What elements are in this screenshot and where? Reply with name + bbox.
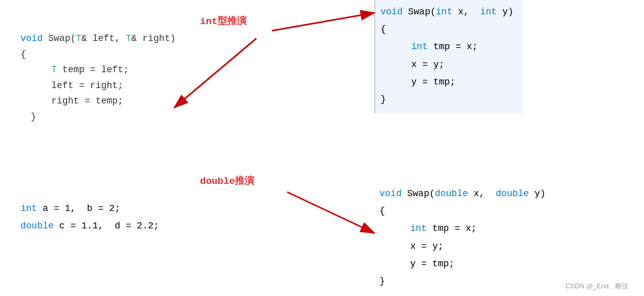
double-line-1: void Swap(double x, double y)	[379, 185, 546, 202]
int-line-1: void Swap(int x, int y)	[380, 3, 513, 20]
main-container: void Swap(T& left, T& right) { T temp = …	[0, 0, 644, 296]
double-line-6: }	[379, 272, 546, 290]
var-line-2: double c = 1.1, d = 2.2;	[21, 217, 159, 235]
code-line-5: right = temp;	[51, 93, 176, 109]
double-line-4: x = y;	[410, 238, 546, 255]
int-line-5: y = tmp;	[411, 73, 513, 91]
int-line-3: int tmp = x;	[411, 38, 513, 55]
double-line-5: y = tmp;	[410, 255, 546, 272]
arrow-int-left	[174, 38, 256, 108]
watermark: CSDN @_End、断弦	[566, 282, 629, 291]
code-left-template: void Swap(T& left, T& right) { T temp = …	[21, 31, 176, 125]
code-line-3: T temp = left;	[51, 62, 176, 78]
code-bottom-left-vars: int a = 1, b = 2; double c = 1.1, d = 2.…	[21, 200, 159, 235]
code-right-double: void Swap(double x, double y) { int tmp …	[374, 182, 556, 295]
var-line-1: int a = 1, b = 2;	[21, 200, 159, 217]
int-annotation: int型推演	[200, 14, 247, 28]
code-line-2: {	[21, 47, 176, 62]
code-line-1: void Swap(T& left, T& right)	[21, 31, 176, 47]
code-right-int: void Swap(int x, int y) { int tmp = x; x…	[374, 0, 524, 113]
int-line-2: {	[380, 20, 513, 38]
code-line-4: left = right;	[51, 78, 176, 94]
double-line-3: int tmp = x;	[410, 220, 546, 237]
double-line-2: {	[379, 202, 546, 220]
int-line-4: x = y;	[411, 56, 513, 73]
double-annotation: double推演	[200, 174, 254, 187]
arrow-int-right	[272, 13, 374, 31]
arrow-double-right	[287, 192, 374, 233]
code-line-6: }	[31, 109, 176, 125]
int-line-6: }	[380, 91, 513, 108]
